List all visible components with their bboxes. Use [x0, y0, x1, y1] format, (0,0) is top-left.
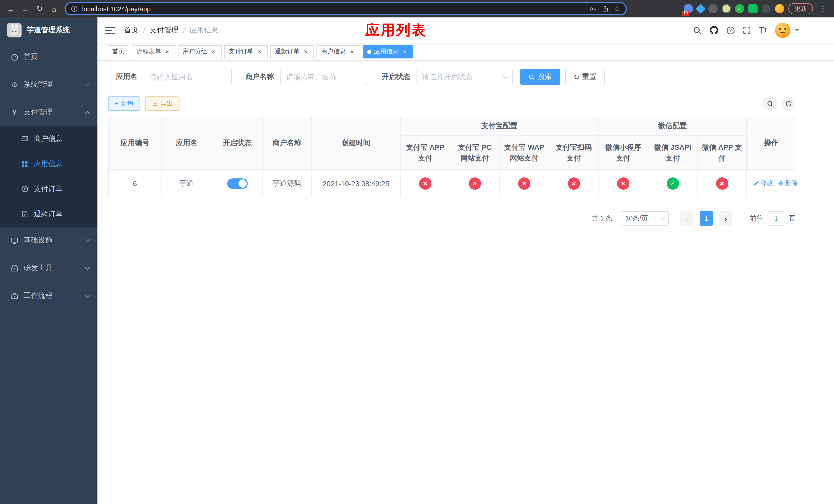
bookmark-star-icon[interactable]: ☆: [614, 4, 621, 13]
tab-process-form[interactable]: 流程表单 ×: [132, 45, 175, 58]
tab-pay-order[interactable]: 支付订单 ×: [224, 45, 268, 58]
cross-status-icon[interactable]: [468, 177, 481, 189]
col-alipay-pc: 支付宝 PC 网站支付: [450, 136, 499, 169]
tab-app-info[interactable]: 应用信息 ×: [363, 45, 413, 58]
goto-label: 前往: [750, 214, 763, 223]
breadcrumb-home[interactable]: 首页: [124, 26, 138, 35]
tab-close-icon[interactable]: ×: [302, 48, 309, 55]
url-text[interactable]: localhost:1024/pay/app: [82, 5, 585, 13]
extension-icon-4[interactable]: [722, 4, 731, 13]
tab-refund-order[interactable]: 退款订单 ×: [270, 45, 314, 58]
col-alipay-app: 支付宝 APP 支付: [400, 136, 450, 169]
browser-menu-icon[interactable]: ⋮: [817, 4, 829, 13]
fullscreen-icon[interactable]: [743, 26, 751, 35]
search-button[interactable]: 搜索: [520, 69, 560, 85]
extension-icon-3[interactable]: [708, 4, 718, 13]
sidebar-item-label: 应用信息: [34, 159, 63, 168]
edit-link[interactable]: 修改: [753, 179, 773, 188]
refresh-button[interactable]: [781, 96, 795, 111]
extension-icon-1[interactable]: 10: [684, 4, 693, 13]
hide-search-button[interactable]: [763, 96, 777, 111]
search-icon[interactable]: [693, 26, 702, 35]
screen: ← → ↻ ⌂ localhost:1024/pay/app ☆ 10: [0, 0, 834, 504]
tab-close-icon[interactable]: ×: [348, 48, 355, 55]
sidebar-subitem-merchant-info[interactable]: 商户信息: [0, 126, 97, 151]
cross-status-icon[interactable]: [617, 177, 629, 189]
tab-close-icon[interactable]: ×: [256, 48, 263, 55]
cross-status-icon[interactable]: [716, 177, 728, 189]
add-button[interactable]: + 新增: [108, 96, 140, 111]
back-icon[interactable]: ←: [4, 2, 18, 15]
share-icon[interactable]: [601, 5, 609, 12]
user-avatar[interactable]: [775, 23, 790, 38]
profile-avatar-icon[interactable]: [775, 4, 784, 13]
tab-close-icon[interactable]: ×: [163, 48, 171, 55]
breadcrumb-separator: [143, 26, 145, 35]
next-page-button[interactable]: ›: [719, 211, 732, 226]
extension-icon-7[interactable]: [762, 4, 771, 13]
col-ops: 操作: [747, 116, 796, 169]
tab-merchant-info[interactable]: 商户信息 ×: [316, 45, 360, 58]
browser-toolbar: ← → ↻ ⌂ localhost:1024/pay/app ☆ 10: [0, 0, 834, 18]
sidebar-item-devtools[interactable]: 研发工具: [0, 254, 97, 282]
add-button-label: 新增: [121, 99, 133, 108]
tab-close-icon[interactable]: ×: [401, 48, 408, 55]
cross-status-icon[interactable]: [419, 177, 431, 189]
sidebar-subitem-app-info[interactable]: 应用信息: [0, 151, 97, 176]
status-select[interactable]: 请选择开启状态: [416, 69, 513, 85]
status-label: 开启状态: [381, 72, 410, 82]
col-merchant: 商户名称: [262, 116, 312, 169]
site-info-icon[interactable]: [71, 5, 78, 12]
cell-alipay-app: [400, 169, 450, 197]
hamburger-icon[interactable]: [105, 27, 115, 34]
col-status: 开启状态: [212, 116, 262, 169]
extension-icon-6[interactable]: [748, 4, 758, 13]
col-wx-jsapi: 微信 JSAPI 支付: [648, 136, 697, 169]
github-icon[interactable]: [710, 26, 719, 35]
cross-status-icon[interactable]: [518, 177, 530, 189]
extension-icon-2[interactable]: [696, 4, 706, 14]
prev-page-button[interactable]: ‹: [680, 211, 694, 226]
cross-status-icon[interactable]: [568, 177, 580, 189]
breadcrumb-payment[interactable]: 支付管理: [150, 26, 178, 35]
sidebar-item-label: 基础设施: [24, 236, 52, 245]
sidebar-subitem-refund-order[interactable]: 退款订单: [0, 202, 97, 227]
goto-page-input[interactable]: [768, 211, 784, 226]
page-size-select[interactable]: 10条/页: [621, 211, 669, 226]
sidebar-item-workflow[interactable]: 工作流程: [0, 282, 97, 310]
export-button[interactable]: 导出: [145, 96, 179, 111]
extension-icon-5[interactable]: ✓: [735, 4, 744, 13]
col-alipay-qr: 支付宝扫码支付: [549, 136, 598, 169]
font-size-icon[interactable]: TT: [759, 26, 767, 35]
search-button-label: 搜索: [537, 72, 552, 82]
sidebar-item-system[interactable]: ⚙ 系统管理: [0, 71, 97, 98]
table-row: 6 芋道 芋道源码 2021-10-23 08:49:25: [109, 169, 796, 197]
enabled-toggle[interactable]: [227, 178, 247, 188]
sidebar-item-infrastructure[interactable]: 基础设施: [0, 227, 97, 254]
avatar-caret-icon[interactable]: [795, 29, 799, 31]
sidebar-item-label: 支付管理: [24, 108, 52, 117]
address-bar[interactable]: localhost:1024/pay/app ☆: [65, 2, 627, 15]
tab-label: 用户分组: [182, 47, 207, 56]
check-status-icon[interactable]: [666, 177, 679, 189]
app-name-input[interactable]: [144, 69, 232, 85]
tab-home[interactable]: 首页: [108, 45, 129, 58]
sidebar-subitem-pay-order[interactable]: 支付订单: [0, 176, 97, 202]
chrome-update-button[interactable]: 更新: [788, 3, 813, 14]
extensions-area: 10 ✓ 更新 ⋮: [684, 3, 830, 14]
merchant-name-input[interactable]: [280, 69, 368, 85]
sidebar-item-payment[interactable]: ¥ 支付管理: [0, 98, 97, 126]
plus-icon: +: [115, 100, 118, 107]
password-key-icon[interactable]: [589, 5, 596, 13]
workflow-icon: [10, 292, 19, 300]
page-number-1[interactable]: 1: [700, 211, 713, 226]
sidebar-item-home[interactable]: 首页: [0, 43, 97, 71]
tab-user-group[interactable]: 用户分组 ×: [178, 45, 222, 58]
delete-link[interactable]: 删除: [778, 179, 797, 188]
help-icon[interactable]: ?: [727, 26, 735, 35]
home-icon[interactable]: ⌂: [47, 2, 61, 15]
tab-close-icon[interactable]: ×: [210, 48, 217, 55]
reset-button[interactable]: ↻ 重置: [565, 69, 605, 85]
reload-icon[interactable]: ↻: [33, 2, 46, 15]
forward-icon[interactable]: →: [19, 2, 32, 15]
